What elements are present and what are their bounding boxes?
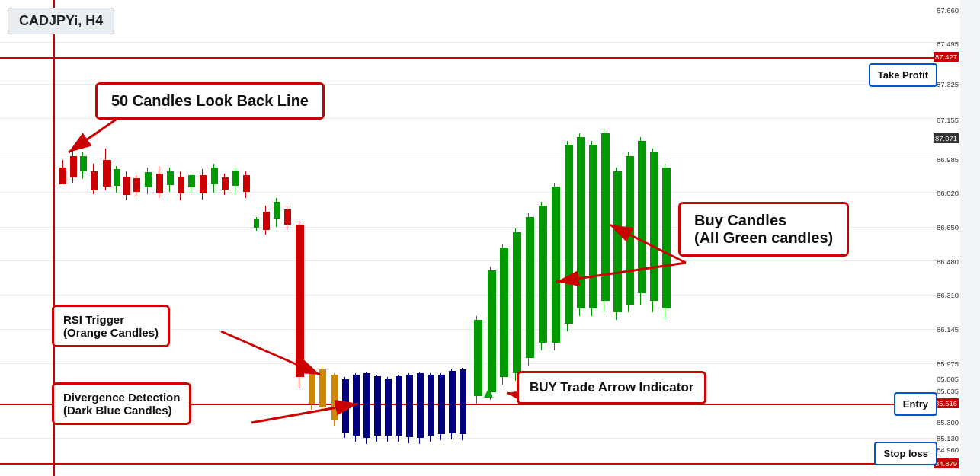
candle-body: [319, 369, 326, 407]
stop-loss-line: [0, 463, 945, 465]
price-85300: 85.300: [937, 418, 959, 426]
grid-line: [0, 192, 960, 193]
candle-body: [601, 133, 610, 301]
candle-body: [70, 156, 77, 177]
price-85805: 85.805: [937, 375, 959, 383]
candle-body: [211, 168, 218, 184]
candle-body: [284, 209, 291, 225]
symbol-label: CADJPYi, H4: [8, 8, 114, 34]
candle-body: [638, 141, 646, 293]
price-85975: 85.975: [937, 359, 959, 368]
buy-arrow-indicator: ▲: [481, 384, 496, 401]
candle-body: [200, 175, 207, 193]
candle-body: [156, 174, 163, 193]
candle-body: [428, 375, 434, 436]
candle-body: [103, 160, 111, 187]
candle-body: [309, 373, 315, 404]
candle-body: [80, 156, 87, 171]
candle-body: [385, 379, 392, 436]
candle-body: [526, 217, 534, 358]
entry-label: Entry: [894, 392, 937, 416]
candle-body: [274, 202, 280, 219]
price-86650: 86.650: [937, 223, 959, 232]
grid-line: [0, 42, 960, 43]
price-87427: 87.427: [934, 52, 959, 62]
candle-body: [353, 375, 360, 436]
candle-body: [460, 369, 466, 434]
candle-body: [254, 219, 259, 228]
candle-body: [178, 177, 184, 193]
take-profit-label: Take Profit: [869, 63, 937, 87]
candle-body: [363, 373, 370, 438]
price-87155: 87.155: [937, 116, 959, 124]
candle-body: [565, 145, 573, 324]
candle-body: [539, 206, 547, 343]
buy-trade-arrow-annotation: BUY Trade Arrow Indicator: [517, 371, 706, 404]
price-87071: 87.071: [934, 133, 959, 143]
candle-body: [331, 375, 338, 420]
candle-body: [417, 373, 424, 438]
candle-body: [626, 156, 634, 305]
candle-body: [374, 376, 381, 436]
take-profit-line: [0, 57, 945, 59]
chart-container: ▲: [0, 0, 960, 476]
price-86310: 86.310: [937, 291, 959, 299]
grid-line: [0, 260, 960, 261]
price-85635: 85.635: [937, 387, 959, 395]
price-87660: 87.660: [937, 6, 959, 14]
price-87325: 87.325: [937, 80, 959, 88]
candle-body: [222, 177, 229, 190]
candle-body: [662, 168, 671, 308]
stop-loss-label: Stop loss: [874, 442, 937, 465]
candle-body: [342, 379, 349, 433]
candle-body: [577, 137, 585, 308]
price-86480: 86.480: [937, 257, 959, 266]
candle-body: [167, 171, 174, 185]
candle-body: [552, 187, 560, 343]
candle-body: [59, 168, 66, 184]
candle-body: [296, 225, 304, 377]
candle-body: [188, 175, 195, 187]
candle-body: [133, 178, 140, 192]
candle-body: [650, 152, 658, 301]
price-84960: 84.960: [937, 446, 959, 454]
candle-body: [513, 232, 521, 373]
candle-body: [488, 270, 496, 392]
divergence-annotation: Divergence Detection (Dark Blue Candles): [52, 382, 191, 425]
grid-line: [0, 295, 960, 296]
rsi-trigger-annotation: RSI Trigger (Orange Candles): [52, 305, 170, 347]
candle-body: [449, 371, 456, 433]
lookback-annotation: 50 Candles Look Back Line: [95, 82, 325, 120]
candle-body: [123, 177, 130, 195]
candle-body: [438, 375, 445, 434]
grid-line: [0, 158, 960, 158]
candle-body: [396, 376, 402, 436]
candle-body: [232, 171, 239, 186]
candle-body: [145, 172, 152, 187]
candle-body: [406, 375, 413, 437]
candle-body: [613, 171, 622, 312]
grid-line: [0, 438, 960, 439]
candle-body: [114, 169, 120, 186]
price-86985: 86.985: [937, 155, 959, 164]
candle-body: [589, 145, 597, 308]
price-87495: 87.495: [937, 40, 959, 48]
price-86820: 86.820: [937, 189, 959, 197]
price-86145: 86.145: [937, 325, 959, 334]
candle-body: [500, 248, 508, 377]
candle-body: [91, 171, 98, 190]
buy-candles-annotation: Buy Candles (All Green candles): [678, 202, 849, 257]
candle-body: [243, 175, 250, 192]
candle-body: [263, 212, 270, 230]
price-85130: 85.130: [937, 434, 959, 442]
